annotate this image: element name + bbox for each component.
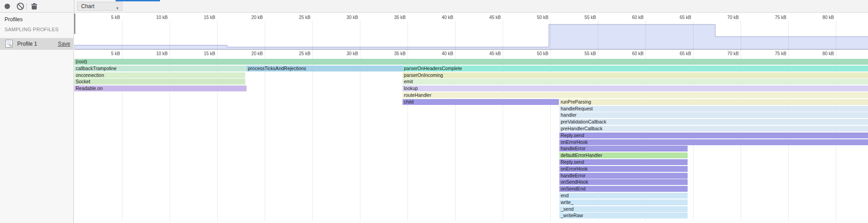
overview-ruler-tick-label: 20 kB (236, 15, 263, 20)
overview-gridline (265, 21, 265, 49)
overview-ruler-tick-label: 60 kB (616, 15, 644, 20)
profile-icon: % (5, 40, 13, 47)
flame-bar[interactable]: _writeRaw (559, 213, 688, 218)
flame-bar[interactable]: processTicksAndRejections (247, 66, 402, 71)
overview-gridline (217, 21, 218, 49)
flame-ruler-tick-label: 10 kB (141, 51, 168, 56)
flame-bar[interactable]: handleRequest (559, 106, 868, 112)
save-link[interactable]: Save (58, 41, 70, 47)
flame-bar[interactable]: (root) (74, 59, 868, 65)
flame-ruler-tick-label: 15 kB (188, 51, 215, 56)
profile-list-item[interactable]: % Profile 1 Save (0, 38, 74, 50)
overview-gridline (741, 21, 741, 49)
flame-gridline (265, 49, 265, 221)
flame-ruler-tick-label: 5 kB (93, 51, 120, 56)
flame-bar[interactable]: write_ (559, 199, 688, 205)
flame-bar[interactable]: onSendHook (559, 179, 688, 185)
dropdown-arrow-icon: ▼ (116, 5, 119, 13)
overview-ruler-tick-label: 80 kB (807, 15, 834, 20)
toolbar-separator (26, 3, 27, 10)
flame-bar[interactable]: handler (559, 112, 868, 118)
record-button[interactable] (5, 4, 10, 9)
overview-ruler-tick-label: 55 kB (569, 15, 596, 20)
clear-icon (17, 3, 24, 10)
overview-ruler-tick-label: 15 kB (188, 15, 215, 20)
overview-gridline (122, 21, 122, 49)
overview-ruler-tick-label: 5 kB (93, 15, 120, 20)
overview-ruler-tick-label: 75 kB (759, 15, 786, 20)
flame-ruler-tick-label: 30 kB (331, 51, 358, 56)
clear-profiles-button[interactable] (17, 3, 24, 10)
chart-view-select-value: Chart (81, 3, 94, 9)
flame-bar[interactable]: preValidationCallback (559, 119, 868, 125)
profiler-toolbar: Chart ▼ (0, 0, 868, 13)
flame-bar[interactable]: onSendEnd (559, 186, 688, 192)
overview-gridline (503, 21, 503, 49)
overview-gridline (598, 21, 598, 49)
overview-left-handle[interactable] (74, 14, 75, 34)
toolbar-divider (74, 0, 74, 13)
overview-gridline (407, 21, 408, 49)
overview-ruler-tick-label: 30 kB (331, 15, 358, 20)
flame-bar[interactable]: onconnection (74, 72, 245, 78)
flame-bar[interactable]: lookup (402, 85, 868, 91)
overview-gridline (170, 21, 170, 49)
record-icon (5, 4, 10, 9)
flame-bar[interactable]: handleError (559, 146, 688, 152)
chart-view-select[interactable]: Chart ▼ (77, 2, 122, 11)
flame-ruler-tick-label: 55 kB (569, 51, 596, 56)
flame-ruler-tick-label: 20 kB (236, 51, 263, 56)
flame-bar[interactable]: parserOnIncoming (402, 72, 868, 78)
sampling-profiles-section-label: SAMPLING PROFILES (5, 27, 58, 32)
overview-gridline (788, 21, 789, 49)
flame-bar[interactable]: parserOnHeadersComplete (402, 66, 868, 71)
overview-gridline (312, 21, 313, 49)
overview-ruler-tick-label: 65 kB (664, 15, 691, 20)
overview-gridline (550, 21, 551, 49)
flame-bar[interactable]: Reply.send (559, 159, 688, 165)
flame-bar[interactable]: emit (402, 79, 868, 85)
overview-ruler-tick-label: 70 kB (712, 15, 739, 20)
overview-gridline (836, 21, 836, 49)
flame-bar[interactable]: runPreParsing (559, 99, 868, 105)
devtools-window: Chart ▼ Profiles SAMPLING PROFILES % Pro… (0, 0, 868, 223)
overview-ruler-tick-label: 10 kB (141, 15, 168, 20)
flame-bar[interactable]: child (402, 99, 559, 105)
flame-bar[interactable]: preHandlerCallback (559, 126, 868, 132)
flame-bar[interactable]: end (559, 193, 688, 199)
flame-gridline (360, 49, 360, 221)
flame-gridline (312, 49, 313, 221)
panel-title: Profiles (5, 16, 23, 23)
overview-gridline (360, 21, 360, 49)
flame-bar[interactable]: callbackTrampoline (74, 66, 247, 71)
flame-ruler-tick-label: 35 kB (378, 51, 406, 56)
flame-ruler-tick-label: 80 kB (807, 51, 834, 56)
overview-ruler-tick-label: 40 kB (426, 15, 453, 20)
flame-ruler-tick-label: 60 kB (616, 51, 644, 56)
flame-bar[interactable]: defaultErrorHandler (559, 152, 688, 158)
profiles-sidebar: Profiles SAMPLING PROFILES % Profile 1 S… (0, 13, 74, 223)
flame-ruler-tick-label: 70 kB (712, 51, 739, 56)
flame-ruler-tick-label: 75 kB (759, 51, 786, 56)
flame-chart-pane: 5 kB5 kB10 kB10 kB15 kB15 kB20 kB20 kB25… (74, 13, 868, 223)
flame-bar[interactable]: Readable.on (74, 85, 247, 91)
flame-bar[interactable]: Socket (74, 79, 245, 85)
overview-ruler-tick-label: 25 kB (283, 15, 310, 20)
flame-bar[interactable]: routeHandler (402, 92, 868, 98)
flame-bar[interactable]: handleError (559, 173, 688, 179)
flame-bar[interactable]: _send (559, 206, 688, 212)
overview-gridline (455, 21, 456, 49)
profile-name: Profile 1 (17, 41, 37, 47)
delete-profile-button[interactable] (31, 3, 37, 9)
flame-bar[interactable]: onErrorHook (559, 139, 868, 145)
overview-ruler-tick-label: 35 kB (378, 15, 406, 20)
active-panel-indicator (116, 0, 160, 1)
overview-ruler-tick-label: 50 kB (521, 15, 548, 20)
trash-icon (31, 3, 37, 9)
flame-ruler-tick-label: 45 kB (474, 51, 501, 56)
flame-bar[interactable]: Reply.send (559, 133, 868, 138)
flame-bar[interactable]: onErrorHook (559, 166, 688, 172)
flame-ruler-tick-label: 50 kB (521, 51, 548, 56)
flame-ruler-tick-label: 40 kB (426, 51, 453, 56)
flame-ruler-tick-label: 65 kB (664, 51, 691, 56)
